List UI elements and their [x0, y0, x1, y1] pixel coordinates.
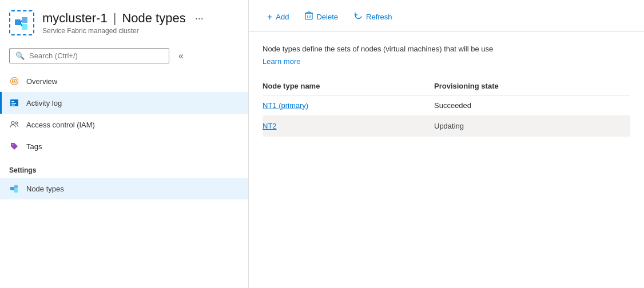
- refresh-button[interactable]: Refresh: [347, 9, 399, 26]
- nav-access-control-label: Access control (IAM): [26, 121, 95, 129]
- nav-overview[interactable]: Overview: [0, 70, 248, 92]
- svg-rect-15: [14, 189, 18, 193]
- activity-log-icon: [9, 98, 19, 108]
- node-types-table: Node type name Provisioning state NT1 (p…: [263, 77, 630, 137]
- svg-point-5: [14, 81, 15, 82]
- search-icon: 🔍: [15, 51, 25, 60]
- sidebar: mycluster-1 | Node types ··· Service Fab…: [0, 0, 249, 288]
- nav-access-control[interactable]: Access control (IAM): [0, 114, 248, 135]
- cluster-icon: [9, 10, 34, 35]
- nav-tags-label: Tags: [26, 142, 42, 151]
- svg-point-11: [15, 122, 18, 124]
- table-row: NT1 (primary) Succeeded: [263, 95, 630, 115]
- node-type-link[interactable]: NT1 (primary): [263, 101, 308, 110]
- node-type-link[interactable]: NT2: [263, 122, 277, 130]
- nav-node-types-label: Node types: [26, 185, 64, 193]
- svg-line-16: [14, 187, 14, 189]
- toolbar: + Add Delete Refresh: [249, 0, 644, 32]
- delete-icon: [305, 11, 313, 22]
- search-box[interactable]: 🔍: [9, 48, 169, 63]
- access-control-icon: [9, 119, 19, 130]
- cell-provisioning-state: Succeeded: [434, 95, 630, 115]
- header-title: mycluster-1 | Node types ···: [42, 11, 239, 26]
- column-provisioning-state: Provisioning state: [434, 77, 630, 95]
- svg-rect-14: [14, 185, 18, 189]
- svg-rect-18: [305, 13, 312, 19]
- description-text: Node types define the sets of nodes (vir…: [263, 43, 630, 55]
- nav-activity-log[interactable]: Activity log: [0, 92, 248, 114]
- add-icon: +: [267, 12, 272, 22]
- add-button[interactable]: + Add: [260, 9, 296, 26]
- svg-line-17: [14, 189, 14, 191]
- svg-line-3: [21, 21, 22, 22]
- svg-point-12: [13, 145, 14, 146]
- search-input[interactable]: [29, 51, 163, 60]
- nav-activity-log-label: Activity log: [26, 99, 62, 107]
- svg-rect-0: [15, 19, 21, 25]
- cell-node-name[interactable]: NT2: [263, 115, 434, 136]
- main-content: + Add Delete Refresh Node types define t…: [249, 0, 644, 288]
- cell-node-name[interactable]: NT1 (primary): [263, 95, 434, 115]
- svg-rect-8: [11, 103, 16, 104]
- node-types-icon: [9, 183, 19, 194]
- cell-provisioning-state: Updating: [434, 115, 630, 136]
- nav-overview-label: Overview: [26, 77, 57, 86]
- svg-rect-7: [11, 101, 14, 102]
- search-area: 🔍 «: [0, 43, 248, 70]
- more-options-button[interactable]: ···: [192, 11, 207, 26]
- page-title: Node types: [122, 11, 185, 26]
- delete-button[interactable]: Delete: [298, 8, 345, 26]
- nav-node-types[interactable]: Node types: [0, 178, 248, 199]
- tags-icon: [9, 141, 19, 151]
- svg-rect-2: [22, 24, 27, 30]
- learn-more-link[interactable]: Learn more: [263, 57, 300, 66]
- settings-section-label: Settings: [0, 157, 248, 178]
- cluster-name: mycluster-1: [42, 11, 108, 26]
- svg-rect-9: [11, 105, 15, 106]
- overview-icon: [9, 76, 19, 86]
- svg-line-4: [21, 22, 22, 26]
- page-header: mycluster-1 | Node types ··· Service Fab…: [0, 0, 248, 43]
- svg-rect-1: [22, 17, 27, 23]
- table-row: NT2 Updating: [263, 115, 630, 136]
- refresh-icon: [354, 12, 363, 22]
- svg-point-10: [11, 122, 14, 125]
- nav-tags[interactable]: Tags: [0, 135, 248, 157]
- svg-rect-13: [10, 187, 14, 190]
- subtitle: Service Fabric managed cluster: [42, 27, 239, 35]
- column-node-type-name: Node type name: [263, 77, 434, 95]
- header-text: mycluster-1 | Node types ··· Service Fab…: [42, 11, 239, 35]
- collapse-sidebar-button[interactable]: «: [178, 51, 184, 61]
- content-area: Node types define the sets of nodes (vir…: [249, 32, 644, 288]
